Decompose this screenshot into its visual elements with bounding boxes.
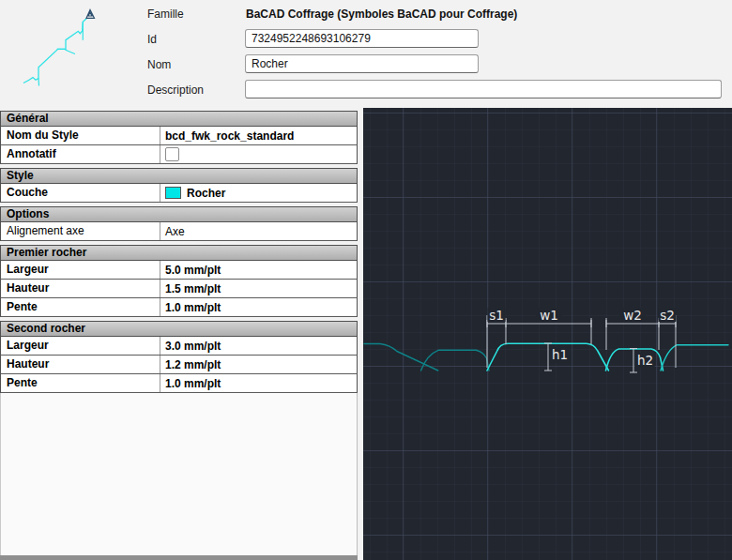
panel-bottom-bar [0, 555, 358, 560]
section-header: Style [0, 168, 358, 184]
row-label: Annotatif [1, 145, 160, 163]
nom-label: Nom [147, 58, 171, 71]
row-label: Couche [1, 184, 160, 202]
dim-label-h2: h2 [637, 353, 653, 368]
section-header: Général [0, 111, 358, 127]
row-label: Largeur [1, 337, 160, 355]
section-style: Style Couche Rocher [0, 168, 358, 203]
thumbnail-rock-polyline [23, 18, 87, 83]
row-value [160, 145, 357, 163]
row-hauteur-2: Hauteur 1.2 mm/plt [0, 356, 358, 374]
row-alignement-axe: Alignement axe Axe [0, 222, 358, 241]
section-header: Second rocher [0, 321, 358, 337]
section-second-rocher: Second rocher Largeur 3.0 mm/plt Hauteur… [0, 321, 358, 393]
row-annotatif: Annotatif [0, 145, 358, 164]
section-header: Premier rocher [0, 245, 358, 261]
section-general: Général Nom du Style bcd_fwk_rock_standa… [0, 111, 358, 164]
row-label: Alignement axe [1, 222, 160, 240]
dim-label-h1: h1 [552, 347, 568, 362]
row-value[interactable]: 1.5 mm/plt [160, 280, 357, 297]
id-label: Id [147, 33, 157, 46]
section-options: Options Alignement axe Axe [0, 206, 358, 241]
dim-label-w2: w2 [623, 308, 642, 323]
layer-color-swatch[interactable] [165, 187, 181, 199]
row-label: Hauteur [1, 280, 160, 297]
grid-major [363, 108, 732, 560]
section-premier-rocher: Premier rocher Largeur 5.0 mm/plt Hauteu… [0, 245, 358, 317]
row-hauteur-1: Hauteur 1.5 mm/plt [0, 280, 358, 298]
famille-label: Famille [147, 8, 184, 21]
dim-label-s2: s2 [660, 308, 675, 323]
section-header: Options [0, 206, 358, 222]
nom-input[interactable] [245, 54, 479, 73]
famille-value: BaCAD Coffrage (Symboles BaCAD pour Coff… [246, 8, 517, 21]
row-pente-1: Pente 1.0 mm/plt [0, 298, 358, 317]
row-label: Largeur [1, 261, 160, 279]
row-largeur-2: Largeur 3.0 mm/plt [0, 337, 358, 356]
row-value[interactable]: 5.0 mm/plt [160, 261, 357, 279]
row-value[interactable]: 1.2 mm/plt [160, 356, 357, 373]
thumbnail-ticks [38, 22, 83, 85]
row-pente-2: Pente 1.0 mm/plt [0, 374, 358, 393]
style-editor-dialog: Famille BaCAD Coffrage (Symboles BaCAD p… [0, 0, 732, 560]
description-input[interactable] [245, 80, 722, 98]
style-thumbnail [0, 0, 131, 103]
property-panel-empty-area [0, 393, 358, 555]
row-couche: Couche Rocher [0, 184, 358, 203]
row-nom-du-style: Nom du Style bcd_fwk_rock_standard [0, 127, 358, 145]
description-label: Description [147, 83, 204, 97]
row-label: Nom du Style [1, 127, 160, 144]
row-value[interactable]: 1.0 mm/plt [160, 374, 357, 392]
thumbnail-north-arrow-icon [86, 10, 95, 19]
cad-preview-canvas: s1 w1 w2 s2 h1 h2 [363, 108, 732, 560]
row-label: Pente [1, 298, 160, 316]
dim-label-w1: w1 [540, 308, 558, 323]
id-input[interactable] [245, 29, 479, 48]
dim-label-s1: s1 [489, 308, 504, 323]
row-label: Pente [1, 374, 160, 392]
row-value[interactable]: bcd_fwk_rock_standard [160, 127, 357, 144]
row-largeur-1: Largeur 5.0 mm/plt [0, 261, 358, 280]
row-value[interactable]: Rocher [160, 184, 357, 202]
row-value[interactable]: 1.0 mm/plt [160, 298, 357, 316]
layer-name: Rocher [187, 185, 225, 202]
annotatif-checkbox[interactable] [165, 147, 179, 161]
row-value[interactable]: 3.0 mm/plt [160, 337, 357, 355]
row-value[interactable]: Axe [160, 222, 357, 240]
row-label: Hauteur [1, 356, 160, 373]
